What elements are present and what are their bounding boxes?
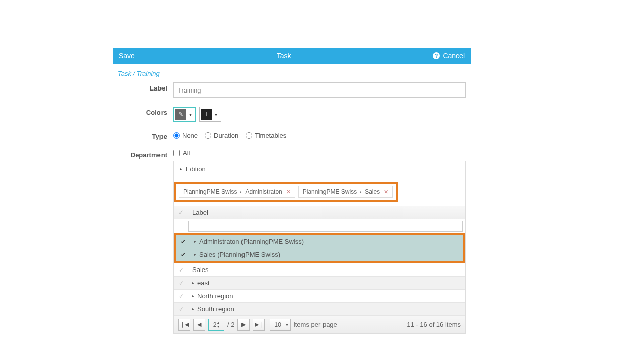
radio-timetables-input[interactable]	[246, 132, 252, 139]
modal-title: Task	[135, 52, 433, 60]
chip-remove-icon[interactable]: ✕	[286, 189, 291, 195]
text-color-picker[interactable]: T ▾	[199, 107, 221, 122]
chip-administraton: PlanningPME Swiss ▶ Administraton ✕	[179, 186, 295, 198]
grid-header: ✓ Label	[174, 206, 465, 219]
header-check-column[interactable]: ✓	[174, 206, 188, 219]
table-row[interactable]: ✓ ▸east	[174, 277, 465, 290]
pager-prev-button[interactable]: ◀	[193, 319, 205, 331]
caret-right-icon: ▶	[239, 190, 243, 193]
chip-sales: PlanningPME Swiss ▶ Sales ✕	[298, 186, 393, 198]
row-check-icon[interactable]: ✔	[176, 248, 190, 261]
table-row[interactable]: ✓ ▸South region	[174, 303, 465, 316]
table-row[interactable]: ✓ ▸North region	[174, 290, 465, 303]
pager-of-label: / 2	[227, 321, 234, 328]
chevron-down-icon: ▾	[186, 112, 194, 117]
row-type: Type None Duration Timetables	[118, 131, 466, 140]
pager-page-size-select[interactable]: 10	[270, 319, 290, 331]
caret-right-icon: ▸	[194, 239, 196, 244]
row-check-icon[interactable]: ✔	[176, 235, 190, 248]
label-colors: Colors	[118, 107, 173, 116]
label-input[interactable]: Training	[173, 82, 466, 98]
help-icon[interactable]: ?	[433, 52, 440, 59]
row-label: Label Training	[118, 82, 466, 98]
highlighted-selected-rows: ✔ ▸Administraton (PlanningPME Swiss) ✔ ▸…	[174, 233, 465, 263]
grid-filter-row	[174, 219, 465, 233]
task-modal: Save Task ? Cancel Task / Training Label…	[113, 48, 471, 352]
row-check-icon[interactable]: ✓	[174, 263, 188, 276]
label-label: Label	[118, 82, 173, 92]
row-colors: Colors ✎ ▾ T ▾	[118, 107, 466, 122]
header-label-column[interactable]: Label	[188, 206, 465, 219]
pager-ipp-label: items per page	[294, 321, 337, 328]
radio-duration-input[interactable]	[205, 132, 211, 139]
label-filter-input[interactable]	[188, 221, 463, 232]
chip-remove-icon[interactable]: ✕	[384, 189, 388, 195]
pager-last-button[interactable]: ▶❘	[253, 319, 265, 331]
radio-none-input[interactable]	[173, 132, 180, 139]
department-panel: ▲ Edition PlanningPME Swiss ▶ Administra…	[173, 161, 466, 334]
chevron-down-icon: ▾	[212, 112, 220, 117]
row-department: Department All ▲ Edition PlanningPME Swi…	[118, 149, 466, 334]
grid-pager: ❘◀ ◀ 2 ▴▾ / 2 ▶ ▶❘ 10	[174, 316, 465, 333]
type-radio-timetables[interactable]: Timetables	[246, 132, 286, 139]
caret-right-icon: ▸	[192, 281, 194, 285]
pager-page-input[interactable]: 2 ▴▾	[208, 319, 224, 331]
triangle-up-icon: ▲	[179, 167, 183, 171]
caret-right-icon: ▶	[359, 190, 363, 193]
text-icon: T	[201, 109, 212, 120]
label-department: Department	[118, 149, 173, 159]
paint-icon: ✎	[175, 109, 186, 120]
cancel-button[interactable]: ? Cancel	[433, 52, 465, 60]
save-button[interactable]: Save	[119, 52, 135, 60]
caret-right-icon: ▸	[192, 307, 194, 311]
background-color-picker[interactable]: ✎ ▾	[173, 107, 196, 122]
department-all-checkbox[interactable]: All	[173, 149, 466, 157]
row-check-icon[interactable]: ✓	[174, 277, 188, 289]
edition-toggle[interactable]: ▲ Edition	[174, 161, 465, 177]
cancel-label: Cancel	[443, 52, 465, 60]
caret-right-icon: ▸	[192, 294, 194, 298]
table-row[interactable]: ✔ ▸Administraton (PlanningPME Swiss)	[176, 235, 463, 248]
all-checkbox-input[interactable]	[173, 150, 180, 156]
modal-body: Task / Training Label Training Colors ✎ …	[113, 64, 471, 352]
row-check-icon[interactable]: ✓	[174, 303, 188, 315]
pager-summary: 11 - 16 of 16 items	[407, 321, 461, 328]
department-grid: ✓ Label ✔ ▸Administraton (PlanningPME Sw…	[174, 206, 465, 333]
spinner-icon[interactable]: ▴▾	[217, 321, 219, 329]
modal-header: Save Task ? Cancel	[113, 48, 471, 64]
pager-first-button[interactable]: ❘◀	[178, 319, 190, 331]
type-radio-duration[interactable]: Duration	[205, 132, 238, 139]
pager-next-button[interactable]: ▶	[237, 319, 250, 331]
row-check-icon[interactable]: ✓	[174, 290, 188, 302]
table-row[interactable]: ✔ ▸Sales (PlanningPME Swiss)	[176, 248, 463, 261]
caret-right-icon: ▸	[194, 252, 196, 257]
selected-chips: PlanningPME Swiss ▶ Administraton ✕ Plan…	[174, 182, 398, 202]
label-type: Type	[118, 131, 173, 140]
breadcrumb[interactable]: Task / Training	[118, 70, 466, 77]
type-radio-none[interactable]: None	[173, 132, 198, 139]
table-row[interactable]: ✓ Sales	[174, 263, 465, 277]
